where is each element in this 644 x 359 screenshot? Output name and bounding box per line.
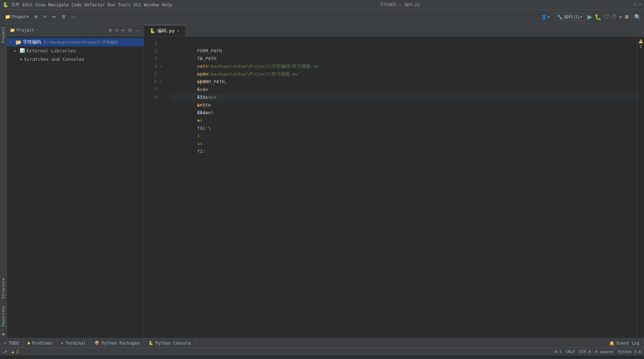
menu-navigate[interactable]: Navigate	[48, 2, 69, 7]
todo-icon: ≡	[4, 341, 7, 345]
tab-problems-label: Problems	[32, 341, 52, 346]
project-panel-header: 📁 Project ▾ ⊕ ≡ ⇔ ⚙ —	[7, 24, 144, 37]
code-token: )	[197, 133, 203, 138]
fold-line-4[interactable]: ◇	[160, 63, 167, 70]
problems-icon: ●	[28, 341, 30, 345]
code-token	[197, 71, 219, 77]
tab-todo-label: TODO	[9, 341, 19, 346]
tab-python-console[interactable]: 🐍 Python Console	[144, 338, 196, 348]
line-num-1: 1	[144, 39, 157, 47]
line-num-7: 7	[144, 86, 157, 93]
code-line-7[interactable]	[170, 86, 637, 93]
expand-all-btn[interactable]: ⇔	[50, 13, 58, 21]
fold-line-5	[160, 70, 167, 78]
code-line-6[interactable]: f2. write (line)	[170, 78, 637, 86]
tree-item-label: External Libraries	[26, 48, 76, 53]
menu-view[interactable]: View	[35, 2, 46, 7]
more-actions-btn[interactable]: ▾	[619, 14, 622, 20]
code-line-2[interactable]: TO_PATH = r'F:\backups\notes\Project\学习视…	[170, 47, 637, 55]
code-content[interactable]: FORM_PATH = r'F:\backups\notes\Project\字…	[167, 37, 637, 338]
menu-vcs[interactable]: VCS	[133, 2, 141, 7]
code-line-3[interactable]: with open (FORM_PATH, mode = 'rb' ) as f…	[170, 55, 637, 63]
structure-activity-tab[interactable]: Structure	[0, 275, 6, 302]
favorites-activity-tab[interactable]: Favorites	[0, 303, 6, 329]
code-line-8[interactable]	[170, 93, 637, 101]
folder-icon: 📁	[5, 14, 11, 19]
menu-code[interactable]: Code	[72, 2, 82, 7]
encoding[interactable]: UTF-8	[579, 350, 591, 354]
debug-btn[interactable]: 🐛	[594, 14, 602, 20]
tab-problems[interactable]: ● Problems	[24, 338, 57, 348]
code-token	[197, 79, 208, 84]
coverage-btn[interactable]: 🛡	[604, 14, 609, 20]
project-dropdown-arrow[interactable]: ▾	[36, 28, 38, 32]
code-line-1[interactable]: FORM_PATH = r'F:\backups\notes\Project\字…	[170, 39, 637, 47]
event-log-icon: 🔔	[609, 341, 615, 346]
stop-btn[interactable]: ⏹	[624, 14, 630, 20]
line-num-4: 4	[144, 63, 157, 70]
line-num-5: 5	[144, 70, 157, 78]
code-token: f2:	[197, 149, 205, 154]
code-token: FORM_PATH	[197, 48, 222, 53]
titlebar: 🐍 文件 Edit View Navigate Code Refactor Ru…	[0, 0, 644, 10]
tab-close-btn[interactable]: ✕	[177, 28, 179, 33]
scratches-icon: ✦	[20, 56, 22, 62]
code-token: 'ab'	[197, 125, 208, 131]
run-config-btn[interactable]: 🔧 编码 (1) ▾	[554, 13, 586, 21]
tree-item-scratches[interactable]: ✦ Scratches and Consoles	[7, 55, 144, 63]
terminal-icon: ▶	[61, 341, 64, 345]
editor-tab-bianma[interactable]: 🐍 编码.py ✕	[144, 25, 185, 36]
indent-label[interactable]: 4 spaces	[595, 350, 614, 354]
project-expand-btn[interactable]: ⇔	[120, 27, 126, 34]
menu-window[interactable]: Window	[144, 2, 159, 7]
hide-panel-btn[interactable]: —	[69, 13, 78, 21]
project-locate-btn[interactable]: ⊕	[107, 27, 113, 34]
project-hide-btn[interactable]: —	[134, 27, 141, 34]
code-token: (line)	[197, 110, 213, 115]
tab-python-packages[interactable]: 📦 Python Packages	[90, 338, 144, 348]
status-warnings[interactable]: ▲ 2	[12, 350, 19, 354]
run-config-arrow: ▾	[580, 15, 582, 19]
menu-refactor[interactable]: Refactor	[85, 2, 105, 7]
tree-item-root[interactable]: ▾ 📂 字符编码 F:\backups\notes\Project\字符编码	[7, 38, 144, 46]
bookmark-icon[interactable]: ★	[2, 329, 5, 338]
project-settings-btn[interactable]: ⚙	[127, 27, 133, 34]
menu-file[interactable]: 文件	[11, 2, 20, 8]
locate-in-tree-btn[interactable]: ⊕	[32, 13, 40, 21]
fold-line-3	[160, 55, 167, 63]
tab-event-log[interactable]: 🔔 Event Log	[605, 338, 644, 348]
tab-terminal-label: Terminal	[66, 341, 86, 346]
tab-todo[interactable]: ≡ TODO	[0, 338, 24, 348]
warning-count: 2	[639, 44, 642, 49]
window-title: 字符编码 – 编码.py	[175, 2, 625, 8]
status-bar: ⎇ ▲ 2 8:1 CRLF UTF-8 4 spaces Python 3.6	[0, 348, 644, 355]
project-collapse-btn[interactable]: ≡	[114, 27, 119, 34]
settings-btn[interactable]: ⚙	[59, 13, 68, 21]
right-warning-gutter: ! 2	[637, 37, 644, 338]
profile-btn[interactable]: ⏱	[611, 14, 617, 20]
project-dropdown[interactable]: 📁 Project ▾	[3, 13, 31, 21]
cursor-position[interactable]: 8:1	[554, 350, 561, 354]
line-ending[interactable]: CRLF	[566, 350, 575, 354]
run-btn[interactable]: ▶	[587, 13, 592, 21]
menu-run[interactable]: Run	[107, 2, 115, 7]
window-controls: － □ ✕	[628, 2, 641, 8]
event-log-label: Event Log	[617, 341, 639, 346]
tab-python-packages-label: Python Packages	[101, 341, 139, 346]
target-icon: ⊕	[34, 14, 38, 19]
tab-terminal[interactable]: ▶ Terminal	[57, 338, 90, 348]
menu-help[interactable]: Help	[162, 2, 172, 7]
library-icon: 📊	[20, 48, 25, 53]
code-token: write	[197, 102, 211, 107]
code-token: with	[197, 64, 211, 69]
menu-edit[interactable]: Edit	[22, 2, 33, 7]
project-activity-tab[interactable]: Project	[0, 24, 6, 46]
tree-item-ext-libs[interactable]: ▶ 📊 External Libraries	[7, 46, 144, 55]
search-everywhere-btn[interactable]: 🔍	[634, 14, 641, 20]
python-version[interactable]: Python 3.6	[618, 350, 641, 354]
warning-icon: ▲	[12, 350, 14, 354]
collapse-all-btn[interactable]: ≡	[41, 13, 48, 21]
fold-line-6[interactable]: ◇	[160, 78, 167, 86]
account-btn[interactable]: 👤 ▾	[539, 13, 552, 21]
menu-tools[interactable]: Tools	[118, 2, 131, 7]
